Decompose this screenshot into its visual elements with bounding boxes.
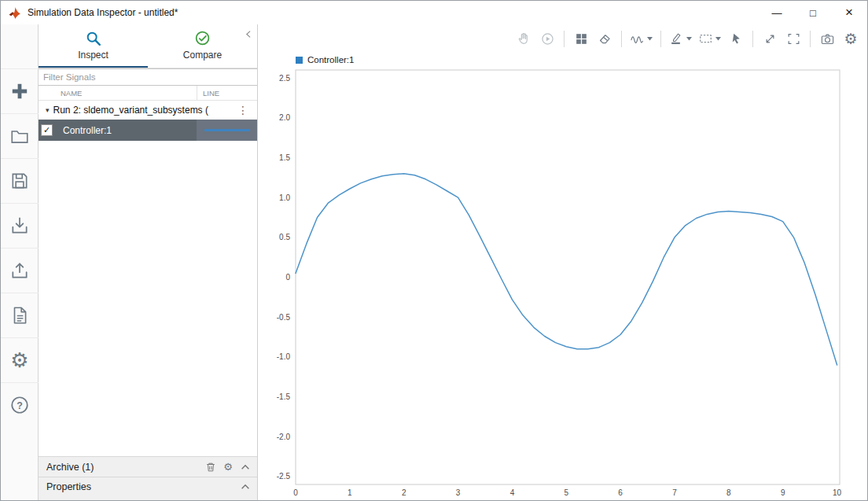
main-area: ⚙ Controller:1 2.52.01.51.00.50-0.5-1.0-…	[258, 24, 867, 500]
collapse-panel-button[interactable]	[244, 28, 254, 42]
tab-compare[interactable]: Compare	[148, 24, 257, 68]
plot-toolbar: ⚙	[258, 24, 867, 53]
replay-button[interactable]	[535, 27, 559, 50]
caret-down-icon	[715, 37, 721, 41]
run-row[interactable]: ▾ Run 2: sldemo_variant_subsystems ( ⋮	[39, 101, 257, 120]
import-button[interactable]	[1, 203, 39, 248]
svg-text:7: 7	[672, 488, 677, 497]
subplot-grid-icon	[574, 31, 589, 46]
archive-section-bar[interactable]: Archive (1) ⚙	[39, 456, 257, 477]
toolbar-separator	[564, 31, 565, 47]
svg-text:1.0: 1.0	[279, 193, 290, 202]
signals-menu-button[interactable]	[627, 27, 656, 50]
new-button[interactable]	[1, 68, 39, 113]
svg-text:8: 8	[726, 488, 731, 497]
plot-settings-button[interactable]: ⚙	[839, 27, 862, 50]
save-button[interactable]	[1, 158, 39, 203]
signal-line-sample	[204, 129, 250, 131]
layout-button[interactable]	[569, 27, 593, 50]
fullscreen-brackets-icon	[786, 31, 801, 46]
zoom-select-button[interactable]	[695, 27, 724, 50]
export-button[interactable]	[1, 248, 39, 293]
svg-text:?: ?	[17, 400, 23, 411]
chevron-up-icon[interactable]	[240, 481, 251, 492]
signal-panel: Inspect Compare NAME LINE ▾ Run 2: sldem…	[39, 24, 258, 500]
archive-label: Archive (1)	[46, 462, 94, 473]
fit-to-view-button[interactable]	[758, 27, 782, 50]
kebab-menu-icon[interactable]: ⋮	[229, 104, 257, 116]
svg-text:2: 2	[402, 488, 406, 497]
column-header-name[interactable]: NAME	[39, 89, 197, 98]
highlight-button[interactable]	[666, 27, 695, 50]
check-circle-icon	[194, 30, 211, 47]
toolbar-separator	[810, 31, 811, 47]
panel-tabs: Inspect Compare	[39, 24, 257, 68]
window-controls: — □ ×	[759, 1, 867, 24]
cursor-arrow-icon	[729, 31, 744, 46]
signal-list-empty-area	[39, 141, 257, 456]
create-report-button[interactable]	[1, 293, 39, 337]
matlab-logo-icon	[9, 6, 21, 19]
signal-line-cell[interactable]	[197, 120, 257, 141]
preferences-button[interactable]: ⚙	[1, 337, 39, 382]
app-body: ⚙ ? Inspect Compare	[1, 24, 867, 500]
expand-triangle-icon[interactable]: ▾	[46, 106, 50, 114]
tab-compare-label: Compare	[183, 50, 222, 61]
gear-icon: ⚙	[10, 350, 28, 370]
minimize-button[interactable]: —	[759, 1, 795, 24]
hand-pan-icon	[517, 31, 531, 46]
pointer-button[interactable]	[724, 27, 748, 50]
svg-text:1: 1	[348, 488, 352, 497]
window-title: Simulation Data Inspector - untitled*	[28, 7, 178, 18]
maximize-button[interactable]: □	[795, 1, 831, 24]
gear-icon: ⚙	[844, 31, 857, 46]
eraser-icon	[598, 31, 612, 46]
svg-text:-1.5: -1.5	[277, 392, 291, 401]
archive-section-icons: ⚙	[205, 462, 251, 473]
folder-icon	[9, 126, 30, 146]
chart-region: Controller:1 2.52.01.51.00.50-0.5-1.0-1.…	[258, 53, 867, 500]
properties-section-icons	[240, 481, 251, 492]
floppy-save-icon	[9, 171, 30, 191]
close-button[interactable]: ×	[831, 1, 867, 24]
import-arrow-icon	[9, 216, 30, 236]
properties-section-bar[interactable]: Properties	[39, 477, 257, 500]
help-button[interactable]: ?	[1, 382, 39, 427]
chevron-up-icon[interactable]	[240, 462, 251, 473]
trash-icon[interactable]	[205, 462, 216, 473]
svg-text:3: 3	[456, 488, 461, 497]
svg-text:9: 9	[781, 488, 785, 497]
svg-text:10: 10	[833, 488, 842, 497]
column-header-line[interactable]: LINE	[197, 86, 257, 100]
archive-settings-gear-icon[interactable]: ⚙	[223, 462, 233, 472]
titlebar: Simulation Data Inspector - untitled* — …	[1, 1, 867, 24]
signal-table-header: NAME LINE	[39, 86, 257, 101]
run-label: Run 2: sldemo_variant_subsystems (	[53, 105, 208, 116]
toolbar-separator	[752, 31, 753, 47]
pan-button[interactable]	[512, 27, 535, 50]
help-icon: ?	[9, 395, 30, 415]
tab-inspect[interactable]: Inspect	[39, 24, 148, 68]
tab-inspect-label: Inspect	[78, 50, 108, 61]
maximize-plot-button[interactable]	[782, 27, 805, 50]
signal-name: Controller:1	[63, 125, 197, 136]
signal-wave-icon	[630, 31, 645, 46]
magnifier-icon	[85, 30, 102, 47]
highlighter-pen-icon	[669, 31, 684, 46]
svg-text:-2.5: -2.5	[277, 472, 291, 481]
signal-checkbox[interactable]: ✓	[41, 124, 53, 136]
dashed-selection-box-icon	[698, 31, 713, 46]
svg-text:0: 0	[285, 273, 290, 282]
open-button[interactable]	[1, 113, 39, 158]
plot-area[interactable]: 2.52.01.51.00.50-0.5-1.0-1.5-2.0-2.50123…	[258, 53, 868, 501]
svg-text:0: 0	[293, 488, 298, 497]
clear-plots-button[interactable]	[593, 27, 616, 50]
svg-text:2.5: 2.5	[279, 74, 290, 83]
app-window: Simulation Data Inspector - untitled* — …	[0, 0, 868, 501]
snapshot-button[interactable]	[815, 27, 839, 50]
filter-signals-input[interactable]	[39, 68, 257, 86]
svg-text:-0.5: -0.5	[277, 313, 291, 322]
svg-text:6: 6	[618, 488, 623, 497]
signal-row-controller1[interactable]: ✓ Controller:1	[39, 120, 257, 141]
svg-text:4: 4	[510, 488, 515, 497]
